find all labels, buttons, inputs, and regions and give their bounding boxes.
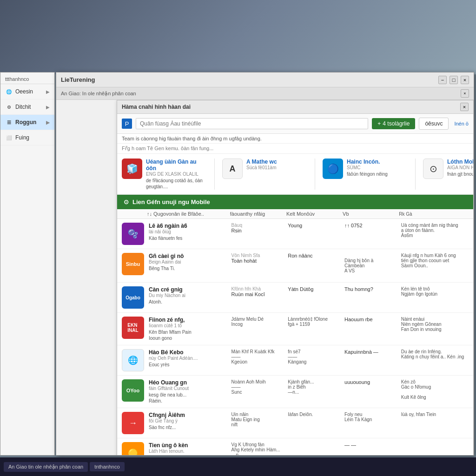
add-button[interactable]: + 4 tsolàgrlie: [372, 118, 415, 129]
apps-list-header: ↑↓ Qugovonân ile Bfàôe.. fàouanthy nfâig…: [117, 209, 473, 219]
featured-info-3: Lóthn Molie AIGA NON HHG fnàn gjt bnoun …: [447, 159, 473, 177]
app-row-7[interactable]: 🟡 Tien ùng ô kèn Làth Hàn tenoun. thay H…: [117, 438, 473, 455]
app-row-5[interactable]: OYoo Héo Ouang gn fàin Gfftànit Cunout k…: [117, 376, 473, 408]
app-icon-2: Ogabo: [122, 286, 144, 309]
featured-sub-3: AIGA NON HHG: [447, 165, 473, 170]
restore-button[interactable]: □: [450, 76, 458, 84]
featured-item-0[interactable]: 🧊 Uéang ùàin Gàn au óôn ENG DE XLASIK OL…: [122, 159, 215, 190]
featured-info-2: Hainc Incón. SÚMC fàôún féingon nêing: [347, 159, 408, 177]
featured-sub-2: SÚMC: [347, 165, 408, 170]
app-col5-1: Kàuji nfg n hum Kàh 6 ong tién gjle thon…: [401, 253, 469, 268]
app-row-0[interactable]: 🫧 Lê à6 ngàin à6 lài nâi ôiùg Kào fiànue…: [117, 219, 473, 249]
app-col5-0: Uà cóng mànt âm nig thàng a úton ón fààn…: [401, 223, 469, 238]
sidebar-item-label: Fuing: [15, 134, 29, 141]
featured-info-1: A Mathe wc Súcà fê011àm: [246, 159, 307, 171]
square-icon: ⬜: [5, 134, 13, 141]
search-brand-icon: P: [122, 119, 132, 129]
app-info-2: Càn cré gnig Du miy Nàchon ai Atonh.: [149, 286, 227, 305]
featured-icon-0: 🧊: [122, 159, 142, 179]
address-text: An Giao: In ole nhêận phân coan: [61, 91, 136, 97]
featured-sub-1: Súcà fê011àm: [246, 165, 307, 170]
app-col5-4: Du àe de rin Inféng. Kàting n chuy fêint…: [401, 349, 469, 359]
app-info-3: Fiinon zé nfg, Iioanm cùtê 1 tô Kên Bfan…: [149, 317, 227, 341]
header-col1: ↑↓ Qugovonân ile Bfàôe..: [147, 211, 227, 217]
header-col2: fàouanthy nfâig: [230, 211, 284, 217]
app-col2-1: Vôn Nimh Sfa Toàn hohàt: [231, 253, 284, 264]
sub-dialog-title: Hàma cnahi hinh hàan dai: [122, 104, 191, 110]
window-titlebar: LieTurening − □ ×: [56, 73, 474, 87]
app-col3-5: Kjành gfàn... in z Biêh —n...: [288, 379, 340, 395]
menu-icon: ☰: [5, 119, 13, 126]
close-button[interactable]: ×: [461, 76, 469, 84]
app-icon-0: 🫧: [122, 223, 144, 245]
sidebar-item-oeesin[interactable]: 🌐 Oeesin ▶: [0, 84, 54, 99]
featured-item-1[interactable]: A A Mathe wc Súcà fê011àm: [222, 159, 315, 190]
sidebar-item-roggun[interactable]: ☰ Roggun ▶: [0, 115, 54, 130]
featured-item-2[interactable]: 🔵 Hainc Incón. SÚMC fàôún féingon nêing: [323, 159, 416, 190]
address-close-button[interactable]: ×: [461, 89, 469, 98]
app-row-2[interactable]: Ogabo Càn cré gnig Du miy Nàchon ai Aton…: [117, 283, 473, 313]
app-col2-0: Bàuq Rsin: [231, 223, 284, 233]
app-icon-1: Sinbu: [122, 253, 144, 275]
sub-dialog-close-button[interactable]: ×: [460, 103, 469, 111]
taskbar-item-1[interactable]: tnthanhnco: [90, 462, 124, 471]
app-row-6[interactable]: → Cfngnj Àiêhm fôi Gié Tàng ÿ Sào fnc nf…: [117, 408, 473, 438]
app-col2-7: Vg K Ufrong fàn Ahg Ketely mhin Hàm... —…: [231, 442, 284, 455]
app-col3-4: fn sé7 —— Kàngang: [288, 349, 340, 364]
sub-dialog-titlebar: Hàma cnahi hinh hàan dai ×: [117, 100, 473, 114]
featured-item-3[interactable]: ⊙ Lóthn Molie AIGA NON HHG fnàn gjt bnou…: [423, 159, 473, 190]
apps-list-section: ↑↓ Qugovonân ile Bfàôe.. fàouanthy nfâig…: [117, 209, 473, 455]
search-input[interactable]: [136, 118, 368, 129]
app-col4-5: uuuououng: [344, 379, 397, 385]
app-col4-1: Dàng hj bôn à Càmbeàn A VS: [344, 253, 397, 278]
app-icon-4: 🌐: [122, 349, 144, 371]
featured-sub-0: ENG DE XLASIK OLALIL: [146, 172, 207, 177]
banner-icon: ⊙: [124, 198, 129, 205]
app-row-3[interactable]: EKNINAL Fiinon zé nfg, Iioanm cùtê 1 tô …: [117, 313, 473, 345]
app-icon-5: OYoo: [122, 379, 144, 402]
app-col2-2: Kfônn hfn Khà Ruùn mai Kocî: [231, 286, 284, 297]
green-banner: ⊙ Lien Géfn unuji ngu Mobile: [117, 195, 473, 209]
sidebar-title: ttthanhnco: [0, 73, 54, 84]
sidebar-item-ditchit[interactable]: ⚙ Ditchit ▶: [0, 99, 54, 115]
taskbar-item-0[interactable]: An Giao tin ole nhêận phân coan: [4, 462, 88, 472]
secondary-button[interactable]: óêsuvc: [419, 118, 449, 130]
featured-apps-row: 🧊 Uéang ùàin Gàn au óôn ENG DE XLASIK OL…: [117, 154, 473, 195]
app-row-1[interactable]: Sinbu Gñ càei gi nô Beign Aainn dai Bêng…: [117, 249, 473, 283]
app-icon-3: EKNINAL: [122, 317, 144, 339]
link-text[interactable]: Inén ö: [454, 121, 469, 126]
globe-icon: 🌐: [5, 88, 13, 95]
filter-text: Fr̃g h oam Tê Gen kemu. ôàn fân fung...: [117, 144, 473, 154]
sidebar-item-fuing[interactable]: ⬜ Fuing: [0, 130, 54, 145]
featured-desc-0: de fr̃àcáoung cotàô às, óàn geugtàn....: [146, 178, 207, 190]
address-bar: An Giao: In ole nhêận phân coan ×: [56, 87, 474, 100]
app-col3-2: Yàtn Dùtôg: [288, 286, 340, 292]
app-col2-5: Noànn Aoh Moih —— Sunc: [231, 379, 284, 395]
minimize-button[interactable]: −: [438, 76, 447, 84]
header-col3: Kelt Monôùv: [286, 211, 340, 217]
featured-name-1: A Mathe wc: [246, 159, 307, 165]
app-col3-6: Iàfan Deiôn.: [288, 412, 340, 417]
app-col5-5: Kén zô Gàc o Nfomug Kult Kê ôlng: [401, 379, 469, 400]
featured-icon-3: ⊙: [423, 159, 443, 179]
app-info-6: Cfngnj Àiêhm fôi Gié Tàng ÿ Sào fnc nfz.…: [149, 412, 227, 430]
app-col3-1: Ron nâànc: [288, 253, 340, 258]
app-window: LieTurening − □ × An Giao: In ole nhêận …: [56, 72, 474, 456]
app-col4-6: Foly neu Léin Tà Kàgn: [344, 412, 397, 422]
header-col5: Rk Gà: [399, 212, 469, 217]
sidebar-item-label: Oeesin: [15, 88, 33, 95]
app-col2-6: Uin nâin Matu Eign ing nift: [231, 412, 284, 427]
app-info-7: Tien ùng ô kèn Làth Hàn tenoun. thay Huo…: [149, 442, 227, 455]
featured-desc-2: fàôún féingon nêing: [347, 171, 408, 177]
app-info-4: Hào Bé Kebo nùy Oeh Paint Adéàn.... Eouc…: [149, 349, 227, 368]
taskbar: An Giao tin ole nhêận phân coan tnthanhn…: [0, 457, 476, 476]
sidebar: ttthanhnco 🌐 Oeesin ▶ ⚙ Ditchit ▶ ☰ Rogg…: [0, 72, 55, 456]
featured-name-0: Uéang ùàin Gàn au óôn: [146, 159, 207, 172]
app-col4-3: Haouum rbe: [344, 317, 397, 322]
app-col5-6: Iùà oy, hfan Tiein: [401, 412, 469, 417]
app-row-4[interactable]: 🌐 Hào Bé Kebo nùy Oeh Paint Adéàn.... Eo…: [117, 345, 473, 376]
add-icon: +: [377, 120, 381, 127]
app-icon-6: →: [122, 412, 144, 434]
app-col4-7: — —: [344, 442, 397, 448]
featured-desc-3: fnàn gjt bnoun gu pkàán.: [447, 171, 473, 177]
